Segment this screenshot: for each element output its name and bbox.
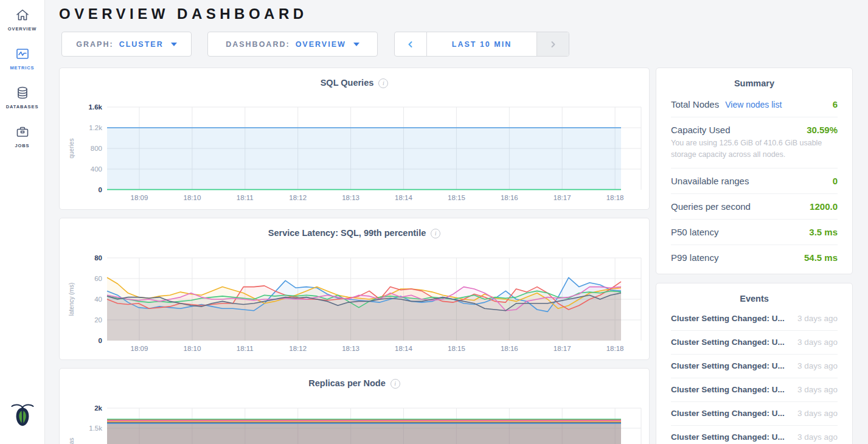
briefcase-icon <box>15 124 30 140</box>
sidebar-label-jobs: JOBS <box>15 143 29 148</box>
svg-text:60: 60 <box>94 275 102 282</box>
svg-text:18:13: 18:13 <box>342 194 359 201</box>
event-time: 3 days ago <box>797 432 838 442</box>
svg-text:replicas: replicas <box>68 438 75 444</box>
svg-text:18:10: 18:10 <box>184 194 201 201</box>
svg-text:18:12: 18:12 <box>289 345 307 352</box>
time-window-next-button[interactable] <box>536 32 569 56</box>
dashboard-dropdown-value: OVERVIEW <box>296 40 346 49</box>
summary-label: P99 latency <box>671 252 718 263</box>
event-row: Cluster Setting Changed: U... 3 days ago <box>671 307 838 331</box>
svg-text:queries: queries <box>68 139 75 159</box>
metrics-icon <box>15 46 30 62</box>
events-title: Events <box>671 283 838 307</box>
svg-text:18:17: 18:17 <box>554 194 571 201</box>
event-time: 3 days ago <box>797 338 838 347</box>
summary-row-p99-latency: P99 latency 54.5 ms <box>671 245 838 270</box>
event-text: Cluster Setting Changed: U... <box>671 314 785 323</box>
event-time: 3 days ago <box>797 361 838 370</box>
svg-text:18:14: 18:14 <box>395 345 412 352</box>
events-panel: Events Cluster Setting Changed: U... 3 d… <box>656 283 853 444</box>
event-time: 3 days ago <box>797 409 838 418</box>
summary-label: Queries per second <box>671 201 751 212</box>
summary-value: 30.59% <box>807 125 838 135</box>
overview-dashboard-page: OVERVIEW METRICS DATABASES <box>0 0 868 444</box>
event-row: Cluster Setting Changed: U... 3 days ago <box>671 355 838 378</box>
svg-text:80: 80 <box>94 254 102 262</box>
graph-dropdown-prefix: GRAPH: <box>76 40 113 49</box>
svg-text:40: 40 <box>94 296 102 303</box>
sidebar: OVERVIEW METRICS DATABASES <box>0 0 45 444</box>
time-window-range[interactable]: LAST 10 MIN <box>427 32 536 56</box>
svg-text:18:11: 18:11 <box>237 194 254 201</box>
event-text: Cluster Setting Changed: U... <box>671 409 785 418</box>
summary-row-queries-per-second: Queries per second 1200.0 <box>671 194 838 220</box>
sidebar-label-metrics: METRICS <box>10 65 34 71</box>
graph-dropdown-value: CLUSTER <box>119 40 164 49</box>
summary-row-unavailable-ranges: Unavailable ranges 0 <box>671 168 838 194</box>
svg-text:1.2k: 1.2k <box>89 124 102 131</box>
svg-text:18:13: 18:13 <box>342 345 359 352</box>
summary-label: P50 latency <box>671 227 718 237</box>
event-row: Cluster Setting Changed: U... 3 days ago <box>671 331 838 355</box>
svg-text:400: 400 <box>91 165 102 173</box>
sidebar-label-databases: DATABASES <box>6 104 39 109</box>
cockroachdb-logo <box>9 400 36 431</box>
chevron-down-icon <box>171 43 177 46</box>
home-icon <box>15 7 30 23</box>
summary-label: Unavailable ranges <box>671 176 749 186</box>
event-text: Cluster Setting Changed: U... <box>671 432 785 442</box>
svg-text:18:09: 18:09 <box>131 345 148 352</box>
summary-row-total-nodes: Total Nodes View nodes list 6 <box>671 92 838 117</box>
svg-text:18:15: 18:15 <box>448 194 465 201</box>
capacity-description: You are using 125.6 GiB of 410.6 GiB usa… <box>671 137 838 161</box>
svg-text:18:18: 18:18 <box>606 345 624 352</box>
sidebar-item-overview[interactable]: OVERVIEW <box>0 7 44 32</box>
sidebar-item-databases[interactable]: DATABASES <box>0 85 44 109</box>
controls-bar: GRAPH: CLUSTER DASHBOARD: OVERVIEW LAST … <box>61 32 868 57</box>
svg-text:18:11: 18:11 <box>237 345 254 352</box>
page-title: OVERVIEW DASHBOARD <box>59 5 868 23</box>
right-column: Summary Total Nodes View nodes list 6 Ca… <box>656 68 853 444</box>
dashboard-dropdown[interactable]: DASHBOARD: OVERVIEW <box>207 32 378 57</box>
event-time: 3 days ago <box>797 314 838 323</box>
summary-title: Summary <box>671 68 838 92</box>
event-time: 3 days ago <box>797 385 838 394</box>
event-text: Cluster Setting Changed: U... <box>671 385 785 394</box>
event-row: Cluster Setting Changed: U... 3 days ago <box>671 402 838 426</box>
svg-text:1.6k: 1.6k <box>89 103 103 111</box>
summary-panel: Summary Total Nodes View nodes list 6 Ca… <box>656 68 853 274</box>
svg-text:0: 0 <box>99 337 102 344</box>
svg-text:18:12: 18:12 <box>289 194 307 201</box>
view-nodes-list-link[interactable]: View nodes list <box>725 100 782 109</box>
summary-value: 6 <box>833 99 838 109</box>
svg-text:18:10: 18:10 <box>184 345 201 352</box>
summary-value: 3.5 ms <box>809 227 838 237</box>
summary-value: 1200.0 <box>810 201 838 212</box>
svg-text:18:18: 18:18 <box>606 194 624 201</box>
summary-value: 54.5 ms <box>804 252 838 263</box>
svg-text:800: 800 <box>91 145 102 152</box>
dashboard-dropdown-prefix: DASHBOARD: <box>226 40 290 49</box>
event-row: Cluster Setting Changed: U... 3 days ago <box>671 426 838 444</box>
time-window-selector: LAST 10 MIN <box>394 32 569 57</box>
summary-label: Total Nodes <box>671 99 719 109</box>
replicas-per-node-chart: 18:0918:1018:1118:1218:1318:1418:1518:16… <box>60 369 649 444</box>
summary-label: Capacity Used <box>671 125 731 135</box>
svg-text:18:16: 18:16 <box>501 194 518 201</box>
summary-row-capacity-used: Capacity Used 30.59% You are using 125.6… <box>671 117 838 168</box>
database-icon <box>15 85 30 101</box>
chart-card-sql-queries: SQL Queriesi 18:0918:1018:1118:1218:1318… <box>59 68 650 210</box>
svg-text:18:14: 18:14 <box>395 194 412 201</box>
main-content: OVERVIEW DASHBOARD GRAPH: CLUSTER DASHBO… <box>45 0 868 444</box>
chart-card-service-latency: Service Latency: SQL, 99th percentilei 1… <box>59 218 650 360</box>
time-window-prev-button[interactable] <box>395 32 427 56</box>
sidebar-item-metrics[interactable]: METRICS <box>0 46 44 71</box>
graph-dropdown[interactable]: GRAPH: CLUSTER <box>61 32 192 57</box>
service-latency-chart: 18:0918:1018:1118:1218:1318:1418:1518:16… <box>60 218 649 359</box>
summary-value: 0 <box>833 176 838 186</box>
event-text: Cluster Setting Changed: U... <box>671 361 785 370</box>
sidebar-item-jobs[interactable]: JOBS <box>0 124 44 148</box>
chevron-down-icon <box>353 43 359 46</box>
svg-text:latency (ms): latency (ms) <box>68 283 75 316</box>
